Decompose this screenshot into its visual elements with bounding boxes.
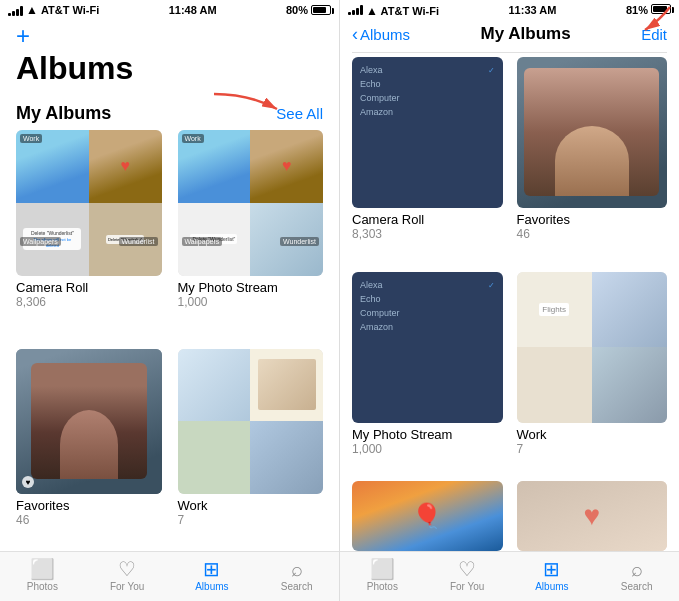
right-for-you-icon: ♡ [458,559,476,579]
favorites-count: 46 [16,513,162,527]
battery-icon [311,5,331,15]
right-favorites-name: Favorites [517,212,668,227]
add-button[interactable]: + [16,24,30,48]
section-header-container: My Albums See All [0,99,339,130]
right-photos-label: Photos [367,581,398,592]
left-panel: ▲ AT&T Wi-Fi 11:48 AM 80% + Albums My Al… [0,0,340,601]
right-camera-name: Camera Roll [352,212,503,227]
right-carrier: AT&T Wi-Fi [381,5,439,17]
right-stream-name: My Photo Stream [352,427,503,442]
photos-icon: ⬜ [30,559,55,579]
right-tab-search[interactable]: ⌕ Search [594,559,679,592]
right-stream-count: 1,000 [352,442,503,456]
tab-for-you[interactable]: ♡ For You [85,559,170,592]
back-button[interactable]: ‹ Albums [352,25,410,43]
left-battery-pct: 80% [286,4,308,16]
wifi-icon: ▲ [26,3,38,17]
right-favorites-thumb [517,57,668,208]
left-carrier: AT&T Wi-Fi [41,4,99,16]
right-tab-bar: ⬜ Photos ♡ For You ⊞ Albums ⌕ Search [340,551,679,601]
tab-photos[interactable]: ⬜ Photos [0,559,85,592]
right-tab-for-you[interactable]: ♡ For You [425,559,510,592]
photo-stream-name: My Photo Stream [178,280,324,295]
nav-title: My Albums [481,24,571,44]
right-nav-bar: ‹ Albums My Albums Edit [340,20,679,52]
album-camera-roll[interactable]: Work Delete "Wunderlist"The album will n… [16,130,162,333]
right-carrier-info: ▲ AT&T Wi-Fi [348,3,439,18]
balloon-thumb: 🎈 [352,481,503,551]
search-label: Search [281,581,313,592]
right-album-work[interactable]: Flights Work 7 [517,272,668,473]
left-title: Albums [16,48,323,91]
heart-thumb: ♥ [517,481,668,551]
right-signal-bars [348,3,363,15]
work-thumb [178,349,324,495]
album-photo-stream[interactable]: Work ♥ Delete "Wunderlist" Wallpapers Wu… [178,130,324,333]
right-tab-albums[interactable]: ⊞ Albums [510,559,595,592]
left-time: 11:48 AM [169,4,217,16]
camera-roll-thumb: Work Delete "Wunderlist"The album will n… [16,130,162,276]
right-work-thumb: Flights [517,272,668,423]
right-favorites-count: 46 [517,227,668,241]
left-tab-bar: ⬜ Photos ♡ For You ⊞ Albums ⌕ Search [0,551,339,601]
right-search-label: Search [621,581,653,592]
album-favorites[interactable]: ♥ Favorites 46 [16,349,162,552]
favorites-name: Favorites [16,498,162,513]
work-name: Work [178,498,324,513]
right-albums-icon: ⊞ [543,559,560,579]
favorites-thumb: ♥ [16,349,162,495]
left-carrier-info: ▲ AT&T Wi-Fi [8,3,99,17]
right-time: 11:33 AM [508,4,556,16]
back-chevron-icon: ‹ [352,25,358,43]
right-work-count: 7 [517,442,668,456]
see-all-button[interactable]: See All [276,105,323,122]
right-albums-label: Albums [535,581,568,592]
right-battery-icon [651,4,671,14]
right-camera-thumb: Alexa ✓ Echo Computer Amazon [352,57,503,208]
my-albums-label: My Albums [16,103,111,124]
right-panel: ▲ AT&T Wi-Fi 11:33 AM 81% ‹ Albums My Al… [340,0,679,601]
right-wifi-icon: ▲ [366,4,378,18]
right-stream-thumb: Alexa ✓ Echo Computer Amazon [352,272,503,423]
my-albums-header: My Albums See All [0,99,339,130]
album-work[interactable]: Work 7 [178,349,324,552]
right-albums-grid: Alexa ✓ Echo Computer Amazon Camera Roll… [340,53,679,477]
search-icon: ⌕ [291,559,303,579]
right-camera-count: 8,303 [352,227,503,241]
left-header: + Albums [0,20,339,99]
right-work-name: Work [517,427,668,442]
for-you-icon: ♡ [118,559,136,579]
left-status-bar: ▲ AT&T Wi-Fi 11:48 AM 80% [0,0,339,20]
albums-label: Albums [195,581,228,592]
photo-stream-count: 1,000 [178,295,324,309]
edit-button[interactable]: Edit [641,26,667,43]
right-photos-icon: ⬜ [370,559,395,579]
photo-stream-thumb: Work ♥ Delete "Wunderlist" Wallpapers Wu… [178,130,324,276]
right-album-stream[interactable]: Alexa ✓ Echo Computer Amazon My Photo St… [352,272,503,473]
work-count: 7 [178,513,324,527]
right-tab-photos[interactable]: ⬜ Photos [340,559,425,592]
right-album-favorites[interactable]: Favorites 46 [517,57,668,258]
right-battery-pct: 81% [626,4,648,16]
right-battery-info: 81% [626,4,671,16]
partial-albums-row: 🎈 ♥ [340,477,679,551]
tab-albums[interactable]: ⊞ Albums [170,559,255,592]
camera-roll-name: Camera Roll [16,280,162,295]
left-battery-info: 80% [286,4,331,16]
right-search-icon: ⌕ [631,559,643,579]
right-album-camera-roll[interactable]: Alexa ✓ Echo Computer Amazon Camera Roll… [352,57,503,258]
right-for-you-label: For You [450,581,484,592]
right-status-bar: ▲ AT&T Wi-Fi 11:33 AM 81% [340,0,679,20]
tab-search[interactable]: ⌕ Search [254,559,339,592]
photos-label: Photos [27,581,58,592]
camera-roll-count: 8,306 [16,295,162,309]
left-albums-grid: Work Delete "Wunderlist"The album will n… [0,130,339,551]
for-you-label: For You [110,581,144,592]
signal-bars [8,4,23,16]
albums-icon: ⊞ [203,559,220,579]
back-label: Albums [360,26,410,43]
